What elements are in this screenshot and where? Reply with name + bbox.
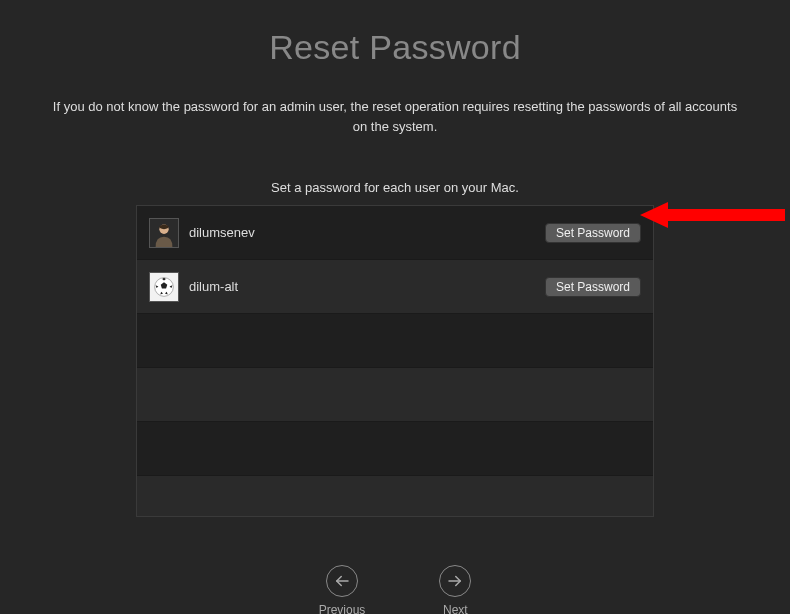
previous-button[interactable]: Previous — [319, 565, 366, 614]
username-label: dilum-alt — [189, 279, 545, 294]
empty-row — [137, 476, 653, 516]
set-password-button-0[interactable]: Set Password — [545, 223, 641, 243]
reset-password-panel: Reset Password If you do not know the pa… — [0, 0, 790, 614]
page-subtitle: If you do not know the password for an a… — [25, 97, 765, 136]
set-password-button-1[interactable]: Set Password — [545, 277, 641, 297]
next-button[interactable]: Next — [439, 565, 471, 614]
portrait-avatar-icon — [150, 218, 178, 248]
previous-label: Previous — [319, 603, 366, 614]
user-list: dilumsenev Set Password dilum-alt Set Pa… — [136, 205, 654, 517]
user-row-0[interactable]: dilumsenev Set Password — [137, 206, 653, 260]
arrow-left-icon — [326, 565, 358, 597]
empty-row — [137, 422, 653, 476]
nav-footer: Previous Next — [319, 565, 472, 614]
soccer-ball-icon — [150, 272, 178, 302]
next-label: Next — [443, 603, 468, 614]
username-label: dilumsenev — [189, 225, 545, 240]
avatar — [149, 272, 179, 302]
empty-row — [137, 314, 653, 368]
page-title: Reset Password — [269, 28, 521, 67]
arrow-right-icon — [439, 565, 471, 597]
empty-row — [137, 368, 653, 422]
avatar — [149, 218, 179, 248]
instruction-text: Set a password for each user on your Mac… — [271, 180, 519, 195]
user-row-1[interactable]: dilum-alt Set Password — [137, 260, 653, 314]
